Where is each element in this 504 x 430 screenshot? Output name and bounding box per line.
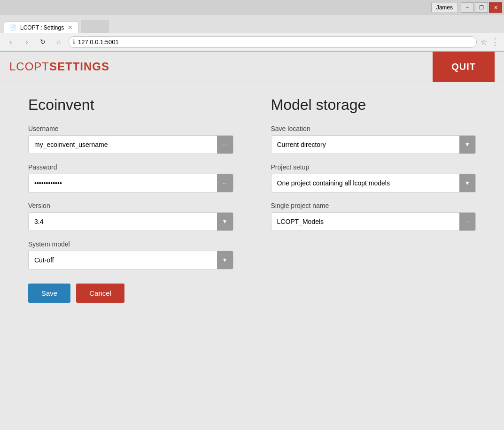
version-select-wrapper: 3.4 3.3 3.2 3.1 ▼ — [28, 212, 233, 231]
password-input[interactable] — [29, 175, 217, 192]
save-location-select-wrapper: Current directory Custom directory ▼ — [271, 135, 476, 154]
logo-prefix: LCOPT — [9, 60, 49, 73]
single-project-name-input-wrapper — [271, 212, 476, 231]
tab-page-icon: 📄 — [10, 24, 16, 31]
browser-menu-icon[interactable]: ⋮ — [491, 37, 499, 47]
address-input-bar[interactable]: ℹ 127.0.0.1:5001 — [69, 36, 477, 48]
app-header: LCOPTSETTINGS QUIT — [0, 52, 504, 82]
project-setup-select[interactable]: One project containing all lcopt models … — [271, 175, 460, 192]
system-model-select-wrapper: Cut-off Allocation at point of substitut… — [28, 251, 233, 269]
system-model-dropdown-arrow: ▼ — [217, 251, 233, 269]
version-select[interactable]: 3.4 3.3 3.2 3.1 — [29, 213, 217, 230]
back-button[interactable]: ‹ — [5, 36, 17, 48]
password-label: Password — [28, 163, 233, 171]
project-setup-select-wrapper: One project containing all lcopt models … — [271, 174, 476, 192]
tab-close-icon[interactable]: ✕ — [68, 24, 73, 31]
app-logo: LCOPTSETTINGS — [9, 60, 109, 73]
single-project-name-dots-icon — [465, 218, 469, 225]
forward-button[interactable]: › — [21, 36, 33, 48]
single-project-name-more-button[interactable] — [459, 213, 475, 230]
save-button[interactable]: Save — [28, 284, 70, 303]
system-model-label: System model — [28, 240, 233, 248]
single-project-name-field-group: Single project name — [271, 202, 476, 231]
password-more-button[interactable] — [217, 174, 233, 192]
project-setup-dropdown-arrow: ▼ — [459, 174, 475, 192]
app-container: LCOPTSETTINGS QUIT Ecoinvent Username Pa… — [0, 52, 504, 430]
minimize-button[interactable]: − — [461, 2, 474, 13]
project-setup-label: Project setup — [271, 163, 476, 171]
password-input-wrapper — [28, 174, 233, 192]
model-storage-section: Model storage Save location Current dire… — [271, 96, 476, 303]
username-input-wrapper — [28, 135, 233, 154]
new-tab-area — [81, 20, 109, 33]
restore-button[interactable]: ❐ — [475, 2, 488, 13]
model-storage-section-title: Model storage — [271, 96, 476, 114]
username-more-button[interactable] — [217, 136, 233, 154]
tab-title: LCOPT : Settings — [20, 24, 64, 31]
single-project-name-input[interactable] — [271, 213, 460, 230]
save-location-select[interactable]: Current directory Custom directory — [271, 136, 460, 153]
bookmark-icon[interactable]: ☆ — [481, 38, 487, 46]
project-setup-field-group: Project setup One project containing all… — [271, 163, 476, 192]
close-button[interactable]: ✕ — [489, 2, 502, 13]
save-location-field-group: Save location Current directory Custom d… — [271, 125, 476, 154]
version-dropdown-arrow: ▼ — [217, 213, 233, 230]
ecoinvent-section-title: Ecoinvent — [28, 96, 233, 114]
system-model-field-group: System model Cut-off Allocation at point… — [28, 240, 233, 269]
logo-suffix: SETTINGS — [49, 60, 109, 73]
refresh-button[interactable]: ↻ — [37, 36, 49, 48]
address-bar: ‹ › ↻ ⌂ ℹ 127.0.0.1:5001 ☆ ⋮ — [0, 33, 504, 51]
single-project-name-label: Single project name — [271, 202, 476, 209]
user-badge: James — [431, 3, 458, 12]
quit-button[interactable]: QUIT — [433, 52, 495, 82]
system-model-select[interactable]: Cut-off Allocation at point of substitut… — [29, 252, 217, 269]
address-text: 127.0.0.1:5001 — [78, 38, 473, 46]
username-field-group: Username — [28, 125, 233, 154]
save-location-label: Save location — [271, 125, 476, 132]
username-dots-icon — [223, 141, 226, 148]
app-content: Ecoinvent Username Password Version — [0, 82, 504, 317]
password-field-group: Password — [28, 163, 233, 192]
version-field-group: Version 3.4 3.3 3.2 3.1 ▼ — [28, 202, 233, 231]
cancel-button[interactable]: Cancel — [76, 284, 124, 303]
save-location-dropdown-arrow: ▼ — [459, 136, 475, 154]
protocol-icon: ℹ — [73, 38, 75, 45]
username-label: Username — [28, 125, 233, 132]
username-input[interactable] — [29, 136, 217, 153]
action-buttons: Save Cancel — [28, 284, 233, 303]
version-label: Version — [28, 202, 233, 209]
ecoinvent-section: Ecoinvent Username Password Version — [28, 96, 233, 303]
active-tab[interactable]: 📄 LCOPT : Settings ✕ — [4, 22, 79, 33]
title-bar: James − ❐ ✕ — [0, 0, 504, 15]
home-button[interactable]: ⌂ — [53, 36, 65, 48]
tab-bar: 📄 LCOPT : Settings ✕ — [0, 15, 504, 33]
password-dots-icon — [223, 180, 226, 186]
